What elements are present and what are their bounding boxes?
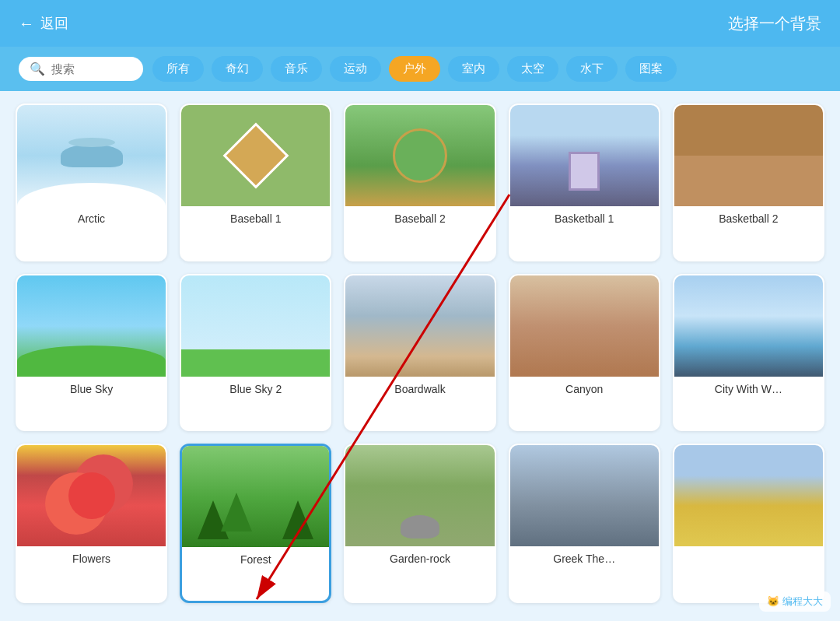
filter-tag-pattern[interactable]: 图案 (625, 56, 677, 82)
grid-item-label-baseball2: Baseball 2 (345, 206, 494, 231)
filter-tag-all[interactable]: 所有 (152, 56, 204, 82)
grid-item-basketball2[interactable]: Basketball 2 (673, 104, 824, 261)
header: ← 返回 选择一个背景 (0, 0, 840, 47)
grid-item-bluesky[interactable]: Blue Sky (16, 274, 167, 432)
thumbnail-canyon (510, 275, 659, 377)
grid-item-label-boardwalk: Boardwalk (345, 377, 494, 402)
grid-item-cityw[interactable]: City With W… (673, 274, 824, 432)
thumbnail-basketball2 (674, 105, 823, 206)
thumbnail-flowers (17, 445, 166, 546)
grid-item-label-bluesky2: Blue Sky 2 (181, 377, 330, 402)
thumbnail-forest (182, 446, 329, 547)
grid-item-label-baseball1: Baseball 1 (181, 206, 330, 231)
grid-item-label-gardenrock: Garden-rock (345, 546, 494, 571)
grid-item-label-canyon: Canyon (510, 377, 659, 402)
thumbnail-baseball1 (181, 105, 330, 206)
grid-item-label-greekthe: Greek The… (510, 546, 659, 571)
thumbnail-goldfield (674, 445, 823, 546)
grid-item-label-basketball1: Basketball 1 (510, 206, 659, 231)
grid-item-label-arctic: Arctic (17, 206, 166, 231)
thumbnail-arctic (17, 105, 166, 206)
grid-item-canyon[interactable]: Canyon (509, 274, 660, 432)
back-label: 返回 (40, 14, 68, 33)
thumbnail-bluesky (17, 275, 166, 377)
grid-item-baseball1[interactable]: Baseball 1 (180, 104, 331, 261)
grid-item-boardwalk[interactable]: Boardwalk (344, 274, 495, 432)
grid-item-goldfield[interactable] (673, 444, 824, 603)
thumbnail-bluesky2 (181, 275, 330, 377)
grid-item-label-goldfield (674, 546, 823, 559)
grid-item-label-basketball2: Basketball 2 (674, 206, 823, 231)
grid-item-label-bluesky: Blue Sky (17, 377, 166, 402)
search-input[interactable] (51, 62, 129, 75)
thumbnail-cityw (674, 275, 823, 377)
thumbnail-baseball2 (345, 105, 494, 206)
thumbnail-greekthe (510, 445, 659, 546)
page-title: 选择一个背景 (728, 13, 821, 34)
thumbnail-boardwalk (345, 275, 494, 377)
grid-item-label-cityw: City With W… (674, 377, 823, 402)
search-box[interactable]: 🔍 (19, 57, 143, 81)
grid-item-forest[interactable]: Forest (180, 444, 331, 603)
back-button[interactable]: ← 返回 (19, 14, 68, 33)
grid-item-basketball1[interactable]: Basketball 1 (509, 104, 660, 261)
grid-item-gardenrock[interactable]: Garden-rock (344, 444, 495, 603)
grid-item-arctic[interactable]: Arctic (16, 104, 167, 261)
filter-tag-space[interactable]: 太空 (507, 56, 558, 82)
filter-bar: 🔍 所有奇幻音乐运动户外室内太空水下图案 (0, 47, 840, 91)
filter-tag-fantasy[interactable]: 奇幻 (212, 56, 263, 82)
grid-item-flowers[interactable]: Flowers (16, 444, 167, 603)
grid-item-greekthe[interactable]: Greek The… (509, 444, 660, 603)
search-icon: 🔍 (30, 61, 45, 76)
background-grid: ArcticBaseball 1Baseball 2Basketball 1Ba… (0, 91, 840, 616)
filter-tag-indoor[interactable]: 室内 (448, 56, 499, 82)
filter-tags-container: 所有奇幻音乐运动户外室内太空水下图案 (152, 56, 677, 82)
filter-tag-music[interactable]: 音乐 (271, 56, 322, 82)
thumbnail-gardenrock (345, 445, 494, 546)
grid-item-baseball2[interactable]: Baseball 2 (344, 104, 495, 261)
filter-tag-sports[interactable]: 运动 (330, 56, 381, 82)
grid-item-label-flowers: Flowers (17, 546, 166, 571)
back-arrow-icon: ← (19, 15, 34, 33)
thumbnail-basketball1 (510, 105, 659, 206)
filter-tag-underwater[interactable]: 水下 (566, 56, 618, 82)
grid-item-label-forest: Forest (182, 547, 329, 572)
grid-item-bluesky2[interactable]: Blue Sky 2 (180, 274, 331, 432)
filter-tag-outdoor[interactable]: 户外 (389, 56, 440, 82)
watermark: 🐱 编程大大 (759, 591, 831, 612)
